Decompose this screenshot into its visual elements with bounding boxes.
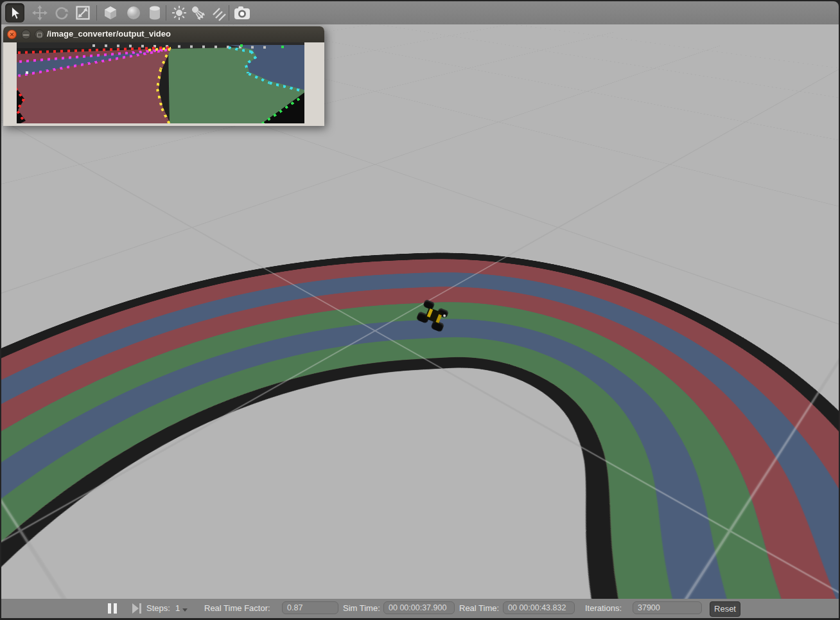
rotate-tool-button[interactable] xyxy=(52,3,71,22)
iterations-label: Iterations: xyxy=(585,603,622,613)
gazebo-window: ✕ — ▢ /image_converter/output_video xyxy=(0,0,840,620)
scale-arrows-icon xyxy=(75,5,91,21)
camera-window-title: /image_converter/output_video xyxy=(47,29,171,39)
toolbar-separator xyxy=(229,5,229,21)
sun-icon xyxy=(171,5,187,21)
cursor-arrow-icon xyxy=(8,6,22,20)
spotlight-icon xyxy=(189,4,206,21)
cube-icon xyxy=(102,4,119,21)
maximize-icon[interactable]: ▢ xyxy=(35,30,44,39)
pause-button[interactable] xyxy=(108,603,119,614)
reset-button[interactable]: Reset xyxy=(710,601,740,617)
camera-window-titlebar[interactable]: ✕ — ▢ /image_converter/output_video xyxy=(3,26,324,43)
move-arrows-icon xyxy=(32,5,48,21)
steps-value: 1 xyxy=(175,603,180,613)
step-icon xyxy=(139,603,141,614)
toolbar-separator xyxy=(96,5,97,21)
insert-spot-light-button[interactable] xyxy=(188,3,207,22)
cylinder-icon xyxy=(148,5,162,21)
close-icon[interactable]: ✕ xyxy=(7,30,17,39)
white-marker xyxy=(26,71,28,74)
steps-label: Steps: xyxy=(146,603,170,613)
green-marker xyxy=(281,46,284,48)
insert-point-light-button[interactable] xyxy=(170,3,189,22)
iterations-field: 37900 xyxy=(633,601,702,614)
insert-directional-light-button[interactable] xyxy=(209,3,229,22)
sim-time-field: 00 00:00:37.900 xyxy=(383,601,455,614)
camera-icon xyxy=(233,5,251,21)
pause-icon xyxy=(114,603,117,614)
robot-rover[interactable] xyxy=(415,297,452,333)
screenshot-button[interactable] xyxy=(232,3,252,22)
main-toolbar xyxy=(1,1,839,25)
image-converter-window[interactable]: ✕ — ▢ /image_converter/output_video xyxy=(3,26,324,126)
camera-feed-image xyxy=(17,42,304,123)
rotate-arrows-icon xyxy=(54,5,69,21)
directional-light-icon xyxy=(211,4,227,21)
translate-tool-button[interactable] xyxy=(30,3,49,22)
step-button[interactable] xyxy=(132,603,143,614)
green-marker xyxy=(240,44,243,47)
minimize-icon[interactable]: — xyxy=(21,30,31,39)
insert-cylinder-button[interactable] xyxy=(145,3,164,22)
steps-dropdown-icon[interactable] xyxy=(182,608,188,612)
step-icon xyxy=(132,603,139,614)
simulation-statusbar: Steps: 1 Real Time Factor: 0.87 Sim Time… xyxy=(1,598,839,618)
insert-sphere-button[interactable] xyxy=(124,3,143,22)
select-tool-button[interactable] xyxy=(5,3,24,22)
sim-time-label: Sim Time: xyxy=(343,603,380,613)
toolbar-separator xyxy=(166,5,166,21)
real-time-label: Real Time: xyxy=(459,603,499,613)
insert-box-button[interactable] xyxy=(101,3,120,22)
rtf-value-field: 0.87 xyxy=(282,601,338,614)
pause-icon xyxy=(108,603,111,614)
real-time-field: 00 00:00:43.832 xyxy=(503,601,575,614)
sphere-icon xyxy=(126,5,141,21)
rtf-label: Real Time Factor: xyxy=(204,603,270,613)
camera-window-content xyxy=(3,42,324,126)
scale-tool-button[interactable] xyxy=(73,3,92,22)
